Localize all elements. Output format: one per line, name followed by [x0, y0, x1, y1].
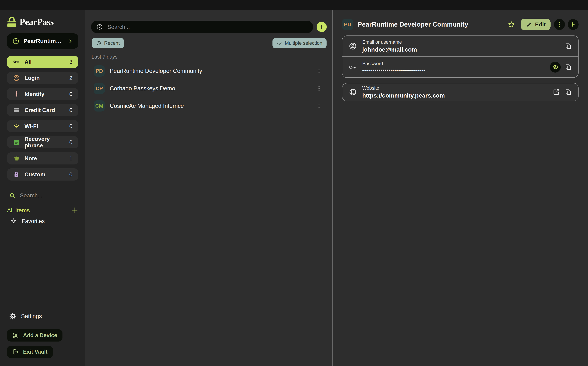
recent-filter-chip[interactable]: Recent	[92, 38, 124, 48]
reveal-password-button[interactable]	[550, 62, 561, 73]
website-field-label: Website	[362, 85, 445, 91]
category-count: 0	[69, 107, 72, 114]
category-label: All	[24, 59, 32, 65]
favorite-star-icon[interactable]	[508, 21, 515, 28]
user-circle-icon	[13, 75, 20, 81]
copy-password-button[interactable]	[564, 63, 572, 71]
avatar: CP	[94, 83, 105, 94]
sidebar-item-favorites[interactable]: Favorites	[7, 218, 78, 224]
key-icon	[349, 63, 357, 71]
category-label: Note	[24, 155, 37, 162]
add-entry-button[interactable]	[317, 22, 327, 32]
kebab-menu-icon[interactable]	[316, 85, 322, 92]
app-logo: PearPass	[7, 17, 78, 27]
favorites-label: Favorites	[22, 218, 45, 224]
password-field-row: Password •••••••••••••••••••••••••••••••	[342, 56, 578, 77]
pencil-icon	[526, 21, 532, 28]
avatar: PD	[342, 19, 353, 30]
vault-selector[interactable]: PearRuntime Cre…	[7, 33, 78, 49]
credit-card-icon	[13, 107, 20, 114]
list-item-title: CosmicAc Managed Infernce	[110, 103, 184, 109]
sidebar: PearPass PearRuntime Cre… All 3	[0, 10, 85, 366]
list-group-label: Last 7 days	[92, 54, 332, 60]
website-field-value: https://community.pears.com	[362, 92, 445, 99]
person-icon	[13, 91, 20, 98]
vault-selector-label: PearRuntime Cre…	[24, 38, 64, 44]
category-count: 0	[69, 171, 72, 178]
settings-label: Settings	[21, 313, 42, 320]
window-top-bar	[0, 0, 588, 10]
sidebar-category-item[interactable]: Note 1	[7, 152, 78, 164]
avatar: CM	[94, 100, 105, 112]
list-search-input[interactable]	[107, 23, 308, 30]
double-check-icon	[277, 41, 282, 46]
kebab-menu-icon[interactable]	[316, 103, 322, 109]
multiple-selection-chip[interactable]: Multiple selection	[272, 38, 326, 48]
add-item-group-icon[interactable]	[71, 206, 78, 214]
recent-chip-label: Recent	[104, 40, 120, 46]
category-label: Custom	[24, 171, 45, 178]
sidebar-category-item[interactable]: Custom 0	[7, 168, 78, 181]
list-item-title: PearRuntime Developer Community	[110, 68, 202, 74]
chevron-right-icon	[68, 38, 73, 44]
all-items-row: All Items	[7, 206, 78, 214]
collapse-right-icon	[570, 22, 576, 27]
lock-icon	[13, 171, 20, 178]
list-item[interactable]: CM CosmicAc Managed Infernce	[85, 97, 332, 115]
sidebar-category-item[interactable]: Wi-Fi 0	[7, 120, 78, 132]
sidebar-category-item[interactable]: All 3	[7, 56, 78, 68]
key-circle-icon	[96, 23, 103, 30]
exit-vault-label: Exit Vault	[23, 349, 48, 355]
category-count: 0	[69, 139, 72, 145]
kebab-menu-icon	[556, 22, 563, 27]
sidebar-category-item[interactable]: Identity 0	[7, 88, 78, 100]
category-label: Identity	[24, 91, 44, 97]
app-title: PearPass	[20, 17, 54, 27]
category-count: 1	[69, 155, 72, 162]
password-field-label: Password	[362, 61, 425, 66]
kebab-menu-icon[interactable]	[316, 68, 322, 74]
list-item[interactable]: CP Corbado Passkeys Demo	[85, 80, 332, 97]
list-search	[91, 21, 313, 33]
exit-vault-button[interactable]: Exit Vault	[7, 346, 53, 358]
sidebar-category-item[interactable]: Credit Card 0	[7, 104, 78, 116]
sidebar-divider	[7, 325, 78, 325]
avatar: PD	[94, 65, 105, 76]
multiple-selection-label: Multiple selection	[285, 40, 322, 46]
category-count: 3	[69, 59, 72, 65]
category-label: Login	[24, 75, 40, 81]
sidebar-category-item[interactable]: Login 2	[7, 72, 78, 84]
sidebar-search-input[interactable]	[20, 192, 78, 199]
add-device-button[interactable]: Add a Device	[7, 329, 63, 342]
sidebar-category-item[interactable]: Recovery phrase 0	[7, 136, 78, 148]
eye-icon	[552, 64, 558, 70]
detail-title: PearRuntime Developer Community	[358, 21, 508, 28]
exit-icon	[12, 348, 19, 355]
edit-button-label: Edit	[535, 21, 546, 28]
key-circle-icon	[12, 38, 20, 45]
category-label: Credit Card	[24, 107, 55, 114]
category-count: 2	[69, 75, 72, 81]
list-item[interactable]: PD PearRuntime Developer Community	[85, 62, 332, 80]
credentials-card: Email or username johndoe@mail.com Passw…	[342, 36, 579, 78]
edit-button[interactable]: Edit	[521, 19, 550, 30]
gear-icon	[9, 313, 16, 320]
category-label: Recovery phrase	[24, 136, 65, 149]
category-count: 0	[69, 123, 72, 130]
pearpass-app: PearPass PearRuntime Cre… All 3	[0, 0, 588, 366]
collapse-panel-button[interactable]	[568, 19, 579, 30]
detail-panel: PD PearRuntime Developer Community Edit	[333, 10, 588, 366]
copy-website-button[interactable]	[564, 88, 572, 96]
user-circle-icon	[349, 42, 357, 50]
website-field-row: Website https://community.pears.com	[342, 83, 578, 101]
plus-icon	[319, 24, 325, 30]
open-website-button[interactable]	[553, 88, 560, 96]
all-items-label[interactable]: All Items	[7, 207, 30, 214]
copy-email-button[interactable]	[564, 42, 572, 50]
sidebar-item-settings[interactable]: Settings	[7, 313, 78, 320]
search-icon	[9, 192, 16, 199]
globe-icon	[349, 88, 357, 96]
more-options-button[interactable]	[554, 19, 565, 30]
email-field-row: Email or username johndoe@mail.com	[342, 36, 578, 56]
vault-item-list: PD PearRuntime Developer Community CP Co…	[85, 62, 332, 115]
